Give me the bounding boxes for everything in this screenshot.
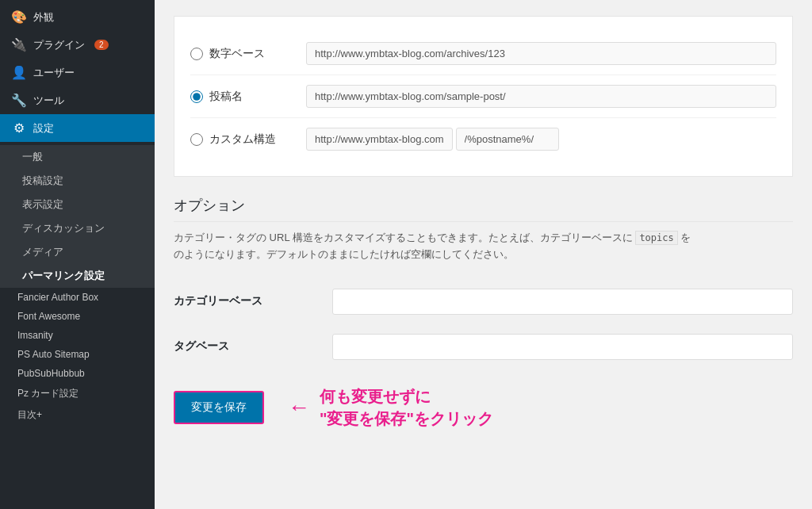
annotation-line1: 何も変更せずに	[320, 385, 493, 408]
radio-row-custom: カスタム構造 http://www.ymbtax-blog.com	[190, 118, 776, 160]
url-custom-pair: http://www.ymbtax-blog.com	[306, 128, 776, 151]
radio-postname[interactable]	[190, 90, 203, 103]
options-desc-part1: カテゴリー・タグの URL 構造をカスタマイズすることもできます。たとえば、カテ…	[174, 232, 633, 243]
plugin-item-imsanity[interactable]: Imsanity	[0, 326, 155, 345]
tag-base-row: タグベース	[174, 324, 793, 369]
radio-label-numeric[interactable]: 数字ベース	[190, 47, 293, 61]
arrow-icon: ←	[288, 395, 310, 420]
plugin-item-pubsubhubbub[interactable]: PubSubHubbub	[0, 364, 155, 383]
topics-tag: topics	[635, 231, 677, 245]
sidebar-item-settings[interactable]: ⚙ 設定	[0, 114, 155, 142]
appearance-icon: 🎨	[11, 10, 27, 25]
radio-numeric-label: 数字ベース	[209, 47, 265, 61]
options-section-title: オプション	[174, 196, 793, 222]
options-desc-part2: を	[680, 232, 691, 243]
users-icon: 👤	[11, 65, 27, 80]
submenu-item-writing[interactable]: 投稿設定	[0, 169, 155, 193]
tag-base-label-cell: タグベース	[174, 324, 332, 369]
sidebar-item-label: ツール	[33, 94, 64, 108]
sidebar-item-label: 設定	[33, 121, 54, 136]
sidebar-top-menu: 🎨 外観 🔌 プラグイン 2 👤 ユーザー 🔧 ツール ⚙ 設定	[0, 0, 155, 145]
radio-row-numeric: 数字ベース	[190, 33, 776, 75]
sidebar-item-label: 外観	[33, 10, 54, 25]
radio-custom[interactable]	[190, 133, 203, 146]
options-form-table: カテゴリーベース タグベース	[174, 279, 793, 369]
submenu-item-media[interactable]: メディア	[0, 240, 155, 264]
radio-numeric[interactable]	[190, 48, 203, 60]
sidebar-item-label: ユーザー	[33, 66, 75, 80]
annotation-line2: "変更を保存"をクリック	[320, 408, 493, 430]
main-content: 数字ベース 投稿名 カスタム構造 http://www.ymbtax-blog.…	[155, 0, 812, 509]
annotation-text: 何も変更せずに "変更を保存"をクリック	[320, 385, 493, 430]
save-area: 変更を保存 ← 何も変更せずに "変更を保存"をクリック	[174, 385, 793, 430]
radio-custom-label: カスタム構造	[209, 132, 276, 147]
url-custom-base: http://www.ymbtax-blog.com	[306, 128, 453, 151]
submenu-item-general[interactable]: 一般	[0, 145, 155, 169]
submenu-item-permalink[interactable]: パーマリンク設定	[0, 264, 155, 288]
url-numeric-input[interactable]	[306, 42, 776, 65]
radio-label-postname[interactable]: 投稿名	[190, 90, 293, 104]
radio-postname-label: 投稿名	[209, 90, 243, 104]
category-base-input[interactable]	[332, 289, 793, 315]
url-postname-input[interactable]	[306, 85, 776, 108]
settings-icon: ⚙	[11, 121, 27, 136]
annotation: ← 何も変更せずに "変更を保存"をクリック	[288, 385, 493, 430]
radio-row-postname: 投稿名	[190, 75, 776, 118]
plugin-item-ps-auto-sitemap[interactable]: PS Auto Sitemap	[0, 345, 155, 364]
plugin-item-font-awesome[interactable]: Font Awesome	[0, 307, 155, 326]
save-button[interactable]: 変更を保存	[174, 391, 264, 424]
url-custom-postname-input[interactable]	[456, 128, 559, 151]
tag-base-input-cell	[332, 324, 793, 369]
sidebar-item-plugins[interactable]: 🔌 プラグイン 2	[0, 31, 155, 59]
permalink-options-section: 数字ベース 投稿名 カスタム構造 http://www.ymbtax-blog.…	[174, 16, 793, 177]
category-base-input-cell	[332, 279, 793, 324]
submenu-item-discussion[interactable]: ディスカッション	[0, 216, 155, 240]
category-base-label-cell: カテゴリーベース	[174, 279, 332, 324]
plugins-badge: 2	[94, 40, 109, 50]
tools-icon: 🔧	[11, 93, 27, 108]
category-base-row: カテゴリーベース	[174, 279, 793, 324]
options-description: カテゴリー・タグの URL 構造をカスタマイズすることもできます。たとえば、カテ…	[174, 230, 793, 263]
sidebar: 🎨 外観 🔌 プラグイン 2 👤 ユーザー 🔧 ツール ⚙ 設定 一般 投稿設定…	[0, 0, 155, 509]
options-desc-line2: のようになります。デフォルトのままにしたければ空欄にしてください。	[174, 248, 514, 260]
radio-label-custom[interactable]: カスタム構造	[190, 132, 293, 147]
plugin-item-pz-card[interactable]: Pz カード設定	[0, 383, 155, 404]
tag-base-input[interactable]	[332, 334, 793, 360]
plugins-icon: 🔌	[11, 37, 27, 52]
sidebar-item-tools[interactable]: 🔧 ツール	[0, 86, 155, 114]
sidebar-item-users[interactable]: 👤 ユーザー	[0, 59, 155, 86]
plugin-item-fancier-author-box[interactable]: Fancier Author Box	[0, 288, 155, 307]
sidebar-item-appearance[interactable]: 🎨 外観	[0, 3, 155, 31]
plugin-list: Fancier Author Box Font Awesome Imsanity…	[0, 288, 155, 426]
plugin-item-more[interactable]: 目次+	[0, 404, 155, 426]
sidebar-item-label: プラグイン	[33, 38, 85, 52]
settings-submenu: 一般 投稿設定 表示設定 ディスカッション メディア パーマリンク設定	[0, 145, 155, 288]
submenu-item-reading[interactable]: 表示設定	[0, 193, 155, 216]
